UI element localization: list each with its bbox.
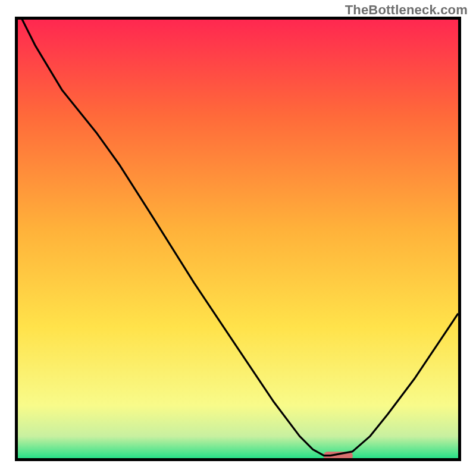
- gradient-background: [18, 20, 458, 458]
- plot-svg: [18, 20, 458, 458]
- chart-stage: TheBottleneck.com: [0, 0, 476, 476]
- plot-frame: [15, 17, 461, 461]
- attribution-text: TheBottleneck.com: [345, 2, 468, 18]
